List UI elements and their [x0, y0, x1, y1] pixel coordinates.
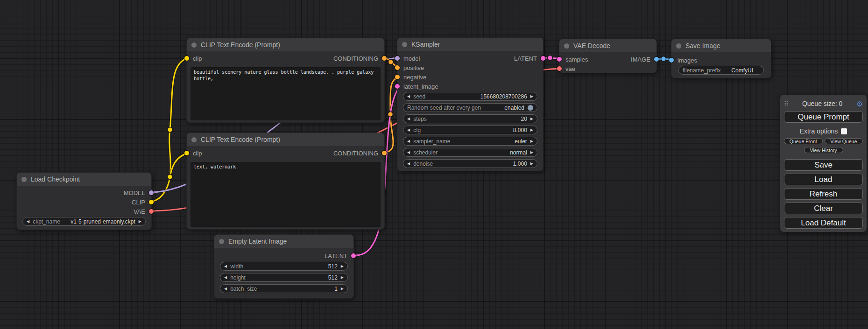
prev-arrow-icon[interactable]: ◀ [224, 287, 227, 291]
seed-widget[interactable]: ◀ seed 156680208700286 ▶ [403, 92, 537, 101]
input-label-latent-image: latent_image [403, 83, 438, 90]
ckpt-name-widget[interactable]: ◀ ckpt_name v1-5-pruned-emaonly.ckpt ▶ [22, 217, 146, 226]
node-collapse-dot[interactable] [191, 42, 197, 48]
widget-value: 156680208700286 [480, 93, 527, 100]
clear-button[interactable]: Clear [784, 203, 863, 214]
widget-value: euler [515, 138, 527, 145]
input-label-samples: samples [565, 56, 588, 63]
queue-size-label: Queue size: 0 [789, 100, 856, 107]
cfg-widget[interactable]: ◀ cfg 8.000 ▶ [403, 126, 537, 134]
node-title-bar[interactable]: CLIP Text Encode (Prompt) [187, 133, 384, 146]
load-button[interactable]: Load [784, 174, 863, 185]
output-port-model[interactable] [149, 190, 154, 195]
input-label-clip: clip [193, 150, 202, 157]
output-label-model: MODEL [124, 189, 145, 196]
next-arrow-icon[interactable]: ▶ [530, 117, 533, 121]
height-widget[interactable]: ◀ height 512 ▶ [220, 273, 348, 282]
node-clip-text-encode-positive[interactable]: CLIP Text Encode (Prompt) clip CONDITION… [186, 38, 385, 123]
node-collapse-dot[interactable] [402, 42, 407, 47]
width-widget[interactable]: ◀ width 512 ▶ [220, 262, 348, 271]
next-arrow-icon[interactable]: ▶ [341, 265, 344, 268]
prev-arrow-icon[interactable]: ◀ [27, 220, 29, 224]
node-clip-text-encode-negative[interactable]: CLIP Text Encode (Prompt) clip CONDITION… [186, 133, 385, 230]
next-arrow-icon[interactable]: ▶ [530, 128, 533, 132]
gear-icon[interactable]: ⚙ [856, 99, 863, 108]
queue-front-button[interactable]: Queue Front [784, 138, 823, 144]
input-port-samples[interactable] [557, 57, 562, 62]
extra-options-checkbox[interactable] [841, 128, 847, 134]
random-seed-toggle-widget[interactable]: Random seed after every gen enabled [403, 103, 537, 112]
output-port-clip[interactable] [149, 200, 154, 204]
load-default-button[interactable]: Load Default [784, 217, 863, 229]
input-port-vae[interactable] [557, 66, 562, 71]
node-title-bar[interactable]: VAE Decode [559, 39, 656, 52]
refresh-button[interactable]: Refresh [784, 188, 863, 200]
next-arrow-icon[interactable]: ▶ [341, 276, 344, 280]
next-arrow-icon[interactable]: ▶ [530, 151, 533, 154]
view-history-button[interactable]: View History [804, 147, 843, 153]
node-title-bar[interactable]: KSampler [397, 38, 543, 51]
scheduler-widget[interactable]: ◀ scheduler normal ▶ [403, 148, 537, 157]
input-port-clip[interactable] [184, 151, 189, 155]
next-arrow-icon[interactable]: ▶ [530, 95, 533, 98]
filename-prefix-widget[interactable]: filename_prefix ComfyUI [678, 66, 764, 75]
prev-arrow-icon[interactable]: ◀ [407, 117, 410, 121]
drag-handle-icon[interactable]: ⠿ [784, 100, 789, 107]
prev-arrow-icon[interactable]: ◀ [407, 140, 410, 143]
node-empty-latent-image[interactable]: Empty Latent Image LATENT ◀ width 512 ▶ … [214, 234, 354, 299]
output-port-vae[interactable] [149, 209, 154, 214]
view-queue-button[interactable]: View Queue [825, 138, 863, 144]
output-label-conditioning: CONDITIONING [333, 55, 378, 62]
input-port-negative[interactable] [395, 75, 400, 79]
node-collapse-dot[interactable] [191, 137, 197, 142]
prev-arrow-icon[interactable]: ◀ [407, 128, 410, 132]
node-vae-decode[interactable]: VAE Decode samples IMAGE vae [559, 39, 657, 73]
denoise-widget[interactable]: ◀ denoise 1.000 ▶ [403, 159, 537, 168]
prev-arrow-icon[interactable]: ◀ [407, 95, 410, 98]
node-title-bar[interactable]: CLIP Text Encode (Prompt) [187, 38, 384, 51]
node-ksampler[interactable]: KSampler model LATENT positive negative … [397, 37, 543, 171]
output-port-conditioning[interactable] [382, 151, 387, 155]
input-port-latent-image[interactable] [395, 84, 400, 89]
node-title: Empty Latent Image [228, 238, 287, 245]
next-arrow-icon[interactable]: ▶ [530, 140, 533, 143]
node-title-bar[interactable]: Save Image [671, 39, 771, 52]
node-collapse-dot[interactable] [564, 43, 569, 49]
widget-label: scheduler [413, 149, 438, 156]
node-load-checkpoint[interactable]: Load Checkpoint MODEL CLIP VAE ◀ ckpt_na… [16, 172, 152, 230]
next-arrow-icon[interactable]: ▶ [341, 287, 344, 291]
toggle-dot-icon[interactable] [528, 105, 533, 111]
node-save-image[interactable]: Save Image images filename_prefix ComfyU… [671, 39, 771, 78]
input-port-images[interactable] [669, 58, 674, 63]
node-collapse-dot[interactable] [676, 43, 681, 49]
prompt-textarea[interactable]: text, watermark [191, 162, 381, 227]
input-port-model[interactable] [395, 56, 400, 61]
output-label-latent: LATENT [325, 252, 347, 259]
node-title-bar[interactable]: Empty Latent Image [214, 235, 353, 248]
output-port-conditioning[interactable] [382, 56, 387, 61]
node-collapse-dot[interactable] [219, 239, 224, 244]
next-arrow-icon[interactable]: ▶ [139, 220, 141, 224]
input-port-clip[interactable] [184, 56, 189, 61]
output-port-image[interactable] [654, 57, 659, 62]
prev-arrow-icon[interactable]: ◀ [407, 162, 410, 166]
prev-arrow-icon[interactable]: ◀ [224, 276, 227, 280]
input-port-positive[interactable] [395, 65, 400, 70]
sampler-name-widget[interactable]: ◀ sampler_name euler ▶ [403, 137, 537, 146]
widget-label: cfg [413, 127, 421, 133]
output-port-latent[interactable] [541, 56, 545, 61]
steps-widget[interactable]: ◀ steps 20 ▶ [403, 114, 537, 123]
input-label-clip: clip [193, 55, 202, 62]
prev-arrow-icon[interactable]: ◀ [407, 151, 410, 154]
node-collapse-dot[interactable] [21, 177, 27, 182]
prompt-textarea[interactable]: beautiful scenery nature glass bottle la… [191, 67, 381, 120]
node-title-bar[interactable]: Load Checkpoint [17, 173, 151, 186]
save-button[interactable]: Save [784, 159, 863, 171]
output-port-latent[interactable] [351, 253, 356, 258]
queue-prompt-button[interactable]: Queue Prompt [784, 111, 863, 123]
widget-label: seed [413, 93, 425, 100]
next-arrow-icon[interactable]: ▶ [530, 162, 533, 166]
prev-arrow-icon[interactable]: ◀ [224, 265, 227, 268]
batch-size-widget[interactable]: ◀ batch_size 1 ▶ [220, 284, 348, 293]
widget-value: v1-5-pruned-emaonly.ckpt [71, 218, 135, 225]
